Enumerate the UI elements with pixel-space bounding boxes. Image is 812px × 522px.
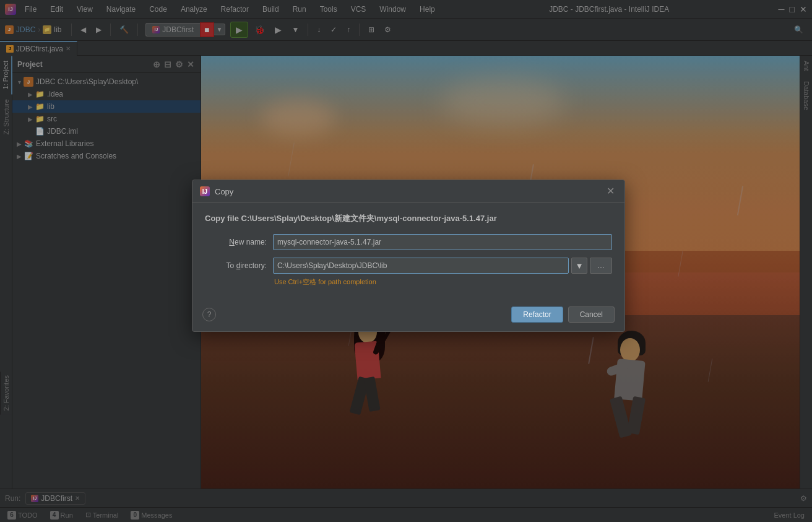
new-name-label: New name: [205,238,273,246]
dialog-title: Copy [215,187,604,196]
directory-dropdown-button[interactable]: ▼ [571,258,587,274]
new-name-rest: ew name: [235,238,267,246]
new-name-input[interactable] [273,234,612,250]
new-name-row: New name: [205,234,612,250]
dialog-help-button[interactable]: ? [202,308,216,321]
refactor-button[interactable]: Refactor [511,307,563,323]
copy-dialog: IJ Copy ✕ Copy file C:\Users\Splay\Deskt… [192,180,625,332]
to-label-suffix: irectory: [240,261,267,270]
dialog-body: Copy file C:\Users\Splay\Desktop\新建文件夹\m… [192,203,624,302]
cancel-button[interactable]: Cancel [568,307,615,323]
directory-input[interactable] [273,258,569,274]
dialog-footer: ? Refactor Cancel [192,302,624,331]
directory-browse-button[interactable]: … [590,258,612,274]
modal-overlay: IJ Copy ✕ Copy file C:\Users\Splay\Deskt… [0,0,812,522]
to-directory-row: To directory: ▼ … [205,258,612,274]
dialog-action-buttons: Refactor Cancel [511,307,615,323]
dialog-file-path: Copy file C:\Users\Splay\Desktop\新建文件夹\m… [205,213,612,224]
new-name-underline: N [229,238,235,246]
directory-input-row: ▼ … [273,258,612,274]
dialog-close-button[interactable]: ✕ [604,185,617,198]
path-completion-hint: Use Ctrl+空格 for path completion [274,277,612,287]
to-label-prefix: To [227,261,236,270]
to-directory-label: To directory: [205,261,273,270]
dialog-title-bar: IJ Copy ✕ [192,180,624,203]
dialog-icon: IJ [200,186,210,196]
